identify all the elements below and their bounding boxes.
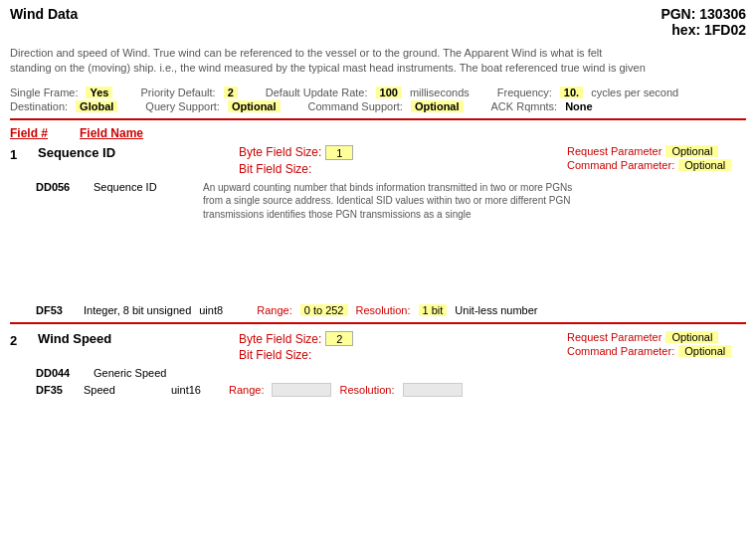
- meta-section: Single Frame: Yes Priority Default: 2 De…: [0, 83, 756, 114]
- field-1-req-label: Request Parameter: [567, 145, 662, 157]
- field-1-byte-value: 1: [325, 145, 353, 160]
- field-table-header: Field # Field Name: [0, 124, 756, 142]
- field-2-req-value: Optional: [665, 331, 718, 343]
- field-1-dd-name: Sequence ID: [94, 181, 193, 193]
- field-2-block: 2 Wind Speed Byte Field Size: 2 Bit Fiel…: [0, 328, 756, 399]
- field-1-df-type: uint8: [199, 304, 249, 316]
- field-2-df-code: DF35: [36, 384, 76, 396]
- col-field-name: Field Name: [80, 126, 143, 140]
- ack-value: None: [565, 100, 593, 112]
- command-support-label: Command Support:: [308, 100, 403, 112]
- field-2-dd-row-1: DD044 Generic Speed: [0, 365, 756, 381]
- main-wrapper: Wind Data PGN: 130306 hex: 1FD02 Directi…: [0, 0, 756, 399]
- field-1-df-row: DF53 Integer, 8 bit unsigned uint8 Range…: [0, 302, 756, 318]
- destination-label: Destination:: [10, 100, 68, 112]
- frequency-value: 10.: [560, 87, 583, 98]
- single-frame-value: Yes: [86, 87, 112, 98]
- field-2-df-row: DF35 Speed uint16 Range: Resolution:: [0, 381, 756, 399]
- frequency-label: Frequency:: [497, 87, 552, 98]
- priority-label: Priority Default:: [140, 87, 215, 98]
- query-support-label: Query Support:: [145, 100, 220, 112]
- field-2-cmd-label: Command Parameter:: [567, 345, 674, 357]
- field-2-df-name: Speed: [84, 384, 163, 396]
- field-1-number: 1: [10, 145, 28, 162]
- frequency-unit: cycles per second: [591, 87, 678, 98]
- command-support-value: Optional: [411, 100, 464, 112]
- field-2-number: 2: [10, 331, 28, 348]
- field-1-range-value: 0 to 252: [300, 304, 348, 316]
- section-divider: [10, 118, 746, 120]
- col-field-num: Field #: [10, 126, 60, 140]
- page-title: Wind Data: [10, 6, 78, 22]
- field-1-name: Sequence ID: [38, 145, 157, 160]
- field-2-byte-label: Byte Field Size:: [239, 332, 321, 346]
- description-block: Direction and speed of Wind. True wind c…: [0, 42, 756, 83]
- field-1-dd-desc: An upward counting number that binds inf…: [203, 181, 581, 222]
- field-1-res-label: Resolution:: [356, 304, 411, 316]
- field-1-range-label: Range:: [257, 304, 291, 316]
- pgn-hex: hex: 1FD02: [661, 22, 746, 38]
- field-1-cmd-label: Command Parameter:: [567, 159, 674, 171]
- field-divider-2: [10, 322, 746, 324]
- update-rate-value: 100: [376, 87, 402, 98]
- field-2-byte-value: 2: [325, 331, 353, 346]
- field-1-dd-row: DD056 Sequence ID An upward counting num…: [0, 179, 756, 224]
- field-2-range-value: [272, 383, 331, 397]
- field-2-res-label: Resolution:: [339, 384, 394, 396]
- description-line2: standing on the (moving) ship. i.e., the…: [10, 61, 746, 76]
- field-2-cmd-value: Optional: [678, 345, 731, 357]
- field-1-cmd-value: Optional: [678, 159, 731, 171]
- ack-label: ACK Rqmnts:: [491, 100, 558, 112]
- field-2-req-label: Request Parameter: [567, 331, 662, 343]
- field-2-dd-code-1: DD044: [36, 367, 84, 379]
- field-1-df-code: DF53: [36, 304, 76, 316]
- field-1-res-value: 1 bit: [419, 304, 448, 316]
- priority-value: 2: [224, 87, 238, 98]
- field-2-res-value: [403, 383, 463, 397]
- destination-value: Global: [76, 100, 117, 112]
- field-1-byte-label: Byte Field Size:: [239, 145, 321, 159]
- field-2-name: Wind Speed: [38, 331, 157, 346]
- field-2-range-label: Range:: [229, 384, 264, 396]
- field-1-bit-label: Bit Field Size:: [239, 162, 311, 176]
- field-1-req-value: Optional: [665, 145, 718, 157]
- query-support-value: Optional: [228, 100, 281, 112]
- field-1-dd-code: DD056: [36, 181, 84, 193]
- update-rate-unit: milliseconds: [410, 87, 470, 98]
- field-1-df-name: Integer, 8 bit unsigned: [84, 304, 191, 316]
- field-1-block: 1 Sequence ID Byte Field Size: 1 Bit Fie…: [0, 142, 756, 319]
- field-2-df-type: uint16: [171, 384, 221, 396]
- page-header: Wind Data PGN: 130306 hex: 1FD02: [0, 0, 756, 42]
- update-rate-label: Default Update Rate:: [266, 87, 368, 98]
- field-2-bit-label: Bit Field Size:: [239, 348, 311, 362]
- field-2-dd-name-1: Generic Speed: [94, 367, 193, 379]
- pgn-info: PGN: 130306 hex: 1FD02: [661, 6, 746, 38]
- description-line1: Direction and speed of Wind. True wind c…: [10, 46, 746, 61]
- pgn-number: PGN: 130306: [661, 6, 746, 22]
- single-frame-label: Single Frame:: [10, 87, 78, 98]
- field-1-df-unit: Unit-less number: [455, 304, 537, 316]
